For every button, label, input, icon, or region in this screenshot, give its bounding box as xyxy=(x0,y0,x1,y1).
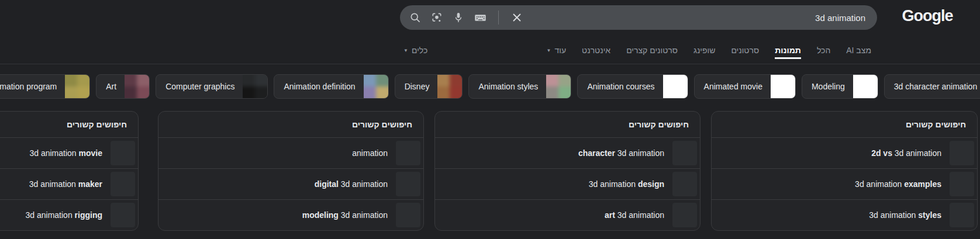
filter-chip-thumbnail xyxy=(771,75,795,98)
tab-ai-mode[interactable]: מצב AI xyxy=(846,41,871,59)
tab-label: אינטרנט xyxy=(582,46,610,55)
related-search-row[interactable]: modeling 3d animation xyxy=(158,200,423,230)
filter-chip-thumbnail xyxy=(437,75,462,98)
related-search-text: 3d animation design xyxy=(589,179,664,189)
tab-label: מצב AI xyxy=(846,46,871,55)
tab-videos[interactable]: סרטונים xyxy=(731,41,759,59)
filter-chip-thumbnail xyxy=(243,75,267,98)
related-search-text: 3d animation movie xyxy=(29,148,102,158)
filter-chip-label: Animation definition xyxy=(274,82,363,91)
tab-more[interactable]: עוד▼ xyxy=(547,41,566,59)
related-search-row[interactable]: 2d vs 3d animation xyxy=(712,138,977,169)
filter-chip-thumbnail xyxy=(364,75,388,98)
filter-chip[interactable]: Modeling xyxy=(802,74,878,99)
filter-chip-label: Art xyxy=(96,82,125,91)
related-search-thumbnail xyxy=(672,141,697,165)
filter-chip-label: Disney xyxy=(395,82,438,91)
search-icon[interactable] xyxy=(409,12,421,23)
search-bar-divider xyxy=(498,11,499,25)
filter-chip[interactable]: Computer graphics xyxy=(156,74,268,99)
filter-chip[interactable]: Disney xyxy=(395,74,463,99)
thumbnail-mosaic xyxy=(853,75,878,98)
related-search-row[interactable]: 3d animation design xyxy=(435,169,700,200)
thumbnail-mosaic xyxy=(125,75,149,98)
thumbnail-mosaic xyxy=(243,75,267,98)
related-search-thumbnail xyxy=(950,203,974,227)
filter-chip-thumbnail xyxy=(663,75,688,98)
filter-chip-label: Animation styles xyxy=(469,82,546,91)
thumbnail-mosaic xyxy=(546,75,571,98)
related-search-thumbnail xyxy=(396,172,420,196)
filter-chip[interactable]: Animated movie xyxy=(694,74,796,99)
related-search-row[interactable]: 3d animation movie xyxy=(0,138,138,169)
filter-chip-label: Animation program xyxy=(0,82,65,91)
search-query[interactable]: 3d animation xyxy=(815,13,865,23)
tab-label: תמונות xyxy=(775,46,801,55)
related-search-row[interactable]: art 3d animation xyxy=(435,200,700,230)
tabs: מצב AIהכלתמונותסרטוניםשופינגסרטונים קצרי… xyxy=(403,41,871,59)
thumbnail-mosaic xyxy=(437,75,462,98)
tab-all[interactable]: הכל xyxy=(817,41,830,59)
filter-chip-label: Modeling xyxy=(802,82,853,91)
filter-chip[interactable]: Art xyxy=(96,74,150,99)
related-search-thumbnail xyxy=(111,141,135,165)
related-search-text: modeling 3d animation xyxy=(302,210,388,220)
keyboard-icon[interactable] xyxy=(474,12,486,24)
related-search-row[interactable]: animation xyxy=(158,138,423,169)
search-bar[interactable]: 3d animation xyxy=(400,5,877,30)
related-search-text: character 3d animation xyxy=(578,148,664,158)
tab-web[interactable]: אינטרנט xyxy=(582,41,610,59)
caret-down-icon: ▼ xyxy=(547,48,551,53)
filter-chip[interactable]: 3d character animation xyxy=(884,74,980,99)
google-lens-icon[interactable] xyxy=(431,12,443,23)
tab-tools[interactable]: כלים▼ xyxy=(403,41,427,59)
clear-icon[interactable] xyxy=(510,11,523,24)
filter-chip-label: Animated movie xyxy=(695,82,771,91)
related-search-row[interactable]: 3d animation styles xyxy=(712,200,977,230)
tab-shopping[interactable]: שופינג xyxy=(693,41,715,59)
related-search-text: 3d animation styles xyxy=(869,210,941,220)
related-search-thumbnail xyxy=(111,172,135,196)
related-search-thumbnail xyxy=(950,141,974,165)
tab-label: שופינג xyxy=(693,46,715,55)
related-searches-header: חיפושים קשורים xyxy=(0,112,138,138)
related-search-text: 3d animation maker xyxy=(29,179,102,189)
related-search-row[interactable]: 3d animation rigging xyxy=(0,200,138,230)
filter-chip[interactable]: Animation courses xyxy=(577,74,688,99)
related-searches-box: חיפושים קשוריםcharacter 3d animation3d a… xyxy=(434,111,701,231)
filter-chip-label: Animation courses xyxy=(578,82,662,91)
search-bar-icons xyxy=(409,11,523,25)
related-searches-header: חיפושים קשורים xyxy=(712,112,977,138)
google-logo[interactable]: Google xyxy=(901,7,954,25)
related-search-text: art 3d animation xyxy=(605,210,664,220)
filter-chip[interactable]: Animation styles xyxy=(468,74,571,99)
caret-down-icon: ▼ xyxy=(403,48,408,53)
google-images-results-page: 3d animation Google מצב AIהכלתמונותסרטונ… xyxy=(0,0,980,239)
related-search-text: 3d animation examples xyxy=(855,179,941,189)
filter-chip-label: Computer graphics xyxy=(156,82,243,91)
tab-label: עוד xyxy=(555,46,567,55)
mic-icon[interactable] xyxy=(453,12,464,23)
filter-chip[interactable]: Animation definition xyxy=(274,74,388,99)
related-searches-header: חיפושים קשורים xyxy=(158,112,423,138)
tab-images[interactable]: תמונות xyxy=(775,41,801,59)
related-search-row[interactable]: digital 3d animation xyxy=(158,169,423,200)
tab-short-videos[interactable]: סרטונים קצרים xyxy=(626,41,678,59)
related-search-text: 2d vs 3d animation xyxy=(871,148,941,158)
related-search-text: digital 3d animation xyxy=(315,179,388,189)
related-search-thumbnail xyxy=(396,141,420,165)
related-searches-header: חיפושים קשורים xyxy=(435,112,700,138)
related-search-text: animation xyxy=(352,148,388,158)
related-search-row[interactable]: 3d animation maker xyxy=(0,169,138,200)
filter-chip[interactable]: Animation program xyxy=(0,74,90,99)
tab-label: סרטונים קצרים xyxy=(626,46,678,55)
filter-chip-thumbnail xyxy=(853,75,878,98)
filter-chip-thumbnail xyxy=(546,75,571,98)
related-search-thumbnail xyxy=(672,172,697,196)
related-search-row[interactable]: character 3d animation xyxy=(435,138,700,169)
tab-label: הכל xyxy=(817,46,830,55)
filter-chip-bar: Animation programArtComputer graphicsAni… xyxy=(0,74,980,99)
related-search-row[interactable]: 3d animation examples xyxy=(712,169,977,200)
thumbnail-mosaic xyxy=(364,75,388,98)
filter-chip-thumbnail xyxy=(125,75,149,98)
